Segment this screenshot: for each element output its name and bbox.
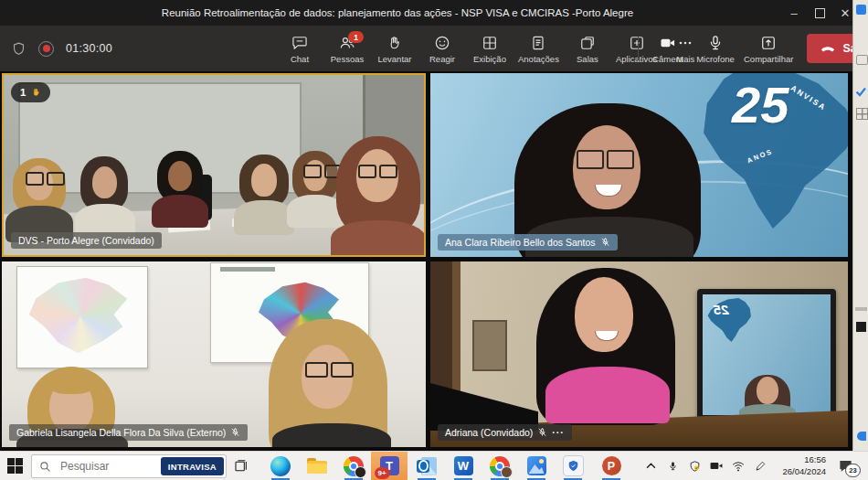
chat-icon xyxy=(291,34,309,52)
tray-windows-security[interactable] xyxy=(683,452,705,480)
notification-count-badge: 23 xyxy=(845,464,861,477)
security-shield-app-icon xyxy=(563,455,584,476)
chrome-profile-icon xyxy=(490,456,510,476)
grid-glyph xyxy=(856,108,868,120)
microphone-icon xyxy=(706,34,725,52)
meeting-toolbar: 01:30:00 Chat Pessoas 1 Levantar xyxy=(0,26,868,72)
toolbar-button-chat[interactable]: Chat xyxy=(276,26,323,71)
search-icon xyxy=(39,461,51,473)
toolbar-button-reagir[interactable]: Reagir xyxy=(418,26,466,71)
tray-date: 26/04/2024 xyxy=(769,466,826,478)
raised-hands-badge: 1 xyxy=(11,82,50,102)
pen-icon xyxy=(755,461,766,472)
share-icon xyxy=(759,34,778,52)
title-bar: Reunião Retroalimentação de dados: plane… xyxy=(0,0,868,26)
taskbar-app-powerpoint[interactable]: P xyxy=(594,452,629,480)
toolbar-button-microfone[interactable]: Microfone xyxy=(692,26,739,71)
video-tile-ana-clara[interactable]: 25 ANVISA ANOS Ana Clara Ribeiro Bello d… xyxy=(430,73,848,257)
tray-time: 16:56 xyxy=(769,454,826,466)
security-shield-icon xyxy=(11,40,26,58)
word-icon: W xyxy=(454,456,473,475)
photos-icon xyxy=(527,456,546,475)
scene-wall-art xyxy=(472,320,507,371)
taskbar-app-outlook[interactable] xyxy=(409,452,444,480)
tray-show-hidden-icons[interactable] xyxy=(640,452,662,480)
participant-name-label: Ana Clara Ribeiro Bello dos Santos xyxy=(438,234,618,251)
tray-camera-icon xyxy=(710,461,723,471)
taskbar-app-photos[interactable] xyxy=(519,452,554,480)
toolbar-button-compartilhar[interactable]: Compartilhar xyxy=(739,26,798,71)
rooms-icon xyxy=(578,34,597,52)
tray-pen[interactable] xyxy=(749,452,771,480)
tray-network[interactable] xyxy=(727,452,749,480)
raised-hand-emoji-icon xyxy=(30,86,42,99)
search-input[interactable] xyxy=(58,459,161,474)
wifi-icon xyxy=(732,461,745,472)
participant-name-label: DVS - Porto Alegre (Convidado) xyxy=(11,232,162,249)
video-grid: 1 DVS - Porto Alegre (Convidado) 25 ANVI… xyxy=(0,71,852,451)
taskbar-app-security[interactable] xyxy=(556,452,590,480)
scene-monitor: 25 xyxy=(697,289,836,422)
taskbar-search[interactable]: INTRAVISA xyxy=(31,454,227,478)
start-button[interactable] xyxy=(7,458,23,474)
profile-avatar xyxy=(501,466,513,478)
toolbar-divider xyxy=(638,37,639,60)
taskbar-app-chrome[interactable] xyxy=(336,452,371,480)
taskbar-app-file-explorer[interactable] xyxy=(300,452,334,480)
camera-icon xyxy=(659,34,677,52)
chrome-icon xyxy=(344,456,364,476)
tile-more-options[interactable]: ··· xyxy=(552,427,565,438)
taskbar-app-edge[interactable] xyxy=(263,452,298,480)
taskbar-app-teams[interactable]: T 9+ xyxy=(371,452,408,480)
video-tile-dvs-porto-alegre[interactable]: 1 DVS - Porto Alegre (Convidado) xyxy=(2,73,426,257)
video-tile-gabriela[interactable]: Gabriela Lisangela Della Flora Da Silva … xyxy=(2,261,426,447)
tray-camera-in-use[interactable] xyxy=(705,452,727,480)
tray-microphone[interactable] xyxy=(662,452,683,480)
minimize-icon: – xyxy=(790,6,797,20)
participant-name-label: Gabriela Lisangela Della Flora Da Silva … xyxy=(9,424,248,441)
edge-icon xyxy=(270,456,291,476)
tray-microphone-icon xyxy=(668,460,678,473)
chevron-up-icon xyxy=(646,463,656,469)
intravisa-button[interactable]: INTRAVISA xyxy=(161,457,224,475)
toolbar-button-levantar[interactable]: Levantar xyxy=(371,26,418,71)
edge-panel-glyph xyxy=(856,55,868,65)
mic-muted-icon xyxy=(537,427,547,438)
mic-muted-icon xyxy=(600,237,610,248)
meeting-timer: 01:30:00 xyxy=(66,42,112,55)
maximize-icon xyxy=(815,8,825,18)
view-grid-icon xyxy=(481,34,499,52)
teams-notification-badge: 9+ xyxy=(375,467,390,479)
video-tile-adriana[interactable]: 25 Adriana (Convidado) xyxy=(430,261,848,447)
anvisa-25-logo: 25 xyxy=(732,75,789,134)
windows-glyph xyxy=(856,322,866,332)
react-smiley-icon xyxy=(433,34,451,52)
tray-notifications[interactable]: 23 xyxy=(830,452,861,480)
anvisa-25-logo-mini: 25 xyxy=(714,302,729,317)
taskbar-app-word[interactable]: W xyxy=(446,452,481,480)
scene-map-frame xyxy=(16,266,148,368)
task-view-button[interactable] xyxy=(230,452,252,480)
mic-muted-icon xyxy=(230,427,240,438)
powerpoint-icon: P xyxy=(602,456,621,475)
toolbar-button-pessoas[interactable]: Pessoas 1 xyxy=(323,26,371,71)
edge-panel-app-icon xyxy=(856,5,866,15)
checkmark-icon xyxy=(855,84,867,101)
outlook-icon xyxy=(417,457,437,475)
meeting-title: Reunião Retroalimentação de dados: plane… xyxy=(0,0,795,26)
profile-avatar xyxy=(355,466,366,478)
hangup-phone-icon xyxy=(820,43,836,54)
toolbar-button-salas[interactable]: Salas xyxy=(564,26,611,71)
task-view-icon xyxy=(234,459,249,474)
toolbar-button-anotacoes[interactable]: Anotações xyxy=(513,26,564,71)
edge-panel[interactable] xyxy=(852,0,868,451)
pessoas-count-badge: 1 xyxy=(348,31,364,43)
taskbar-app-chrome-profile[interactable] xyxy=(482,452,517,480)
toolbar-button-exibicao[interactable]: Exibição xyxy=(466,26,513,71)
tray-shield-icon xyxy=(689,460,701,473)
raised-hand-icon xyxy=(386,34,404,52)
toolbar-button-camera[interactable]: Câmera xyxy=(644,26,692,71)
tray-clock[interactable]: 16:56 26/04/2024 xyxy=(769,454,826,477)
notes-icon xyxy=(529,34,547,52)
teams-icon: T 9+ xyxy=(380,456,399,475)
